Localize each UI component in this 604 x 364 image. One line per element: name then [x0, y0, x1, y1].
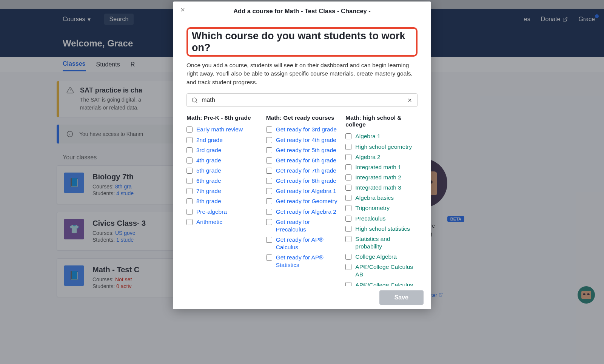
course-option[interactable]: 4th grade	[186, 157, 259, 164]
course-checkbox[interactable]	[266, 157, 272, 163]
course-checkbox[interactable]	[345, 264, 351, 270]
course-search-input[interactable]	[198, 97, 407, 103]
course-checkbox[interactable]	[186, 198, 193, 204]
course-option[interactable]: Get ready for 3rd grade	[266, 126, 338, 133]
course-option[interactable]: Algebra 2	[345, 153, 418, 161]
course-option[interactable]: Get ready for 5th grade	[266, 147, 338, 154]
course-option[interactable]: Get ready for AP® Statistics	[266, 254, 338, 269]
course-checkbox[interactable]	[266, 209, 272, 215]
course-checkbox[interactable]	[345, 236, 351, 242]
col3-title: Math: high school & college	[345, 114, 418, 128]
course-label: 5th grade	[196, 167, 221, 174]
course-option[interactable]: Get ready for 7th grade	[266, 167, 338, 174]
course-checkbox[interactable]	[266, 147, 272, 153]
course-checkbox[interactable]	[186, 126, 193, 133]
course-option[interactable]: 7th grade	[186, 187, 259, 195]
course-checkbox[interactable]	[266, 188, 272, 194]
course-option[interactable]: Algebra basics	[345, 194, 418, 202]
course-option[interactable]: Early math review	[186, 126, 259, 133]
course-checkbox[interactable]	[186, 168, 193, 174]
course-option[interactable]: Get ready for Algebra 2	[266, 208, 338, 216]
course-checkbox[interactable]	[345, 133, 351, 139]
course-checkbox[interactable]	[345, 174, 351, 180]
course-checkbox[interactable]	[266, 178, 272, 184]
course-checkbox[interactable]	[186, 209, 193, 215]
course-checkbox[interactable]	[186, 188, 193, 194]
course-option[interactable]: Arithmetic	[186, 218, 259, 226]
course-checkbox[interactable]	[186, 137, 193, 143]
course-option[interactable]: Pre-algebra	[186, 208, 259, 216]
course-option[interactable]: 6th grade	[186, 177, 259, 185]
course-option[interactable]: Integrated math 2	[345, 174, 418, 181]
course-label: Get ready for AP® Calculus	[276, 236, 338, 251]
course-label: Pre-algebra	[196, 208, 227, 216]
course-option[interactable]: Get ready for Geometry	[266, 197, 338, 205]
modal-description: Once you add a course, students will see…	[186, 61, 418, 86]
course-label: 3rd grade	[196, 147, 221, 154]
course-option[interactable]: Precalculus	[345, 215, 418, 222]
course-checkbox[interactable]	[345, 144, 351, 150]
clear-search-icon[interactable]	[407, 97, 413, 103]
course-option[interactable]: 2nd grade	[186, 136, 259, 144]
course-checkbox[interactable]	[266, 168, 272, 174]
course-label: High school statistics	[355, 225, 410, 233]
course-checkbox[interactable]	[266, 198, 272, 204]
course-label: Get ready for 5th grade	[276, 147, 336, 154]
course-option[interactable]: Get ready for Algebra 1	[266, 187, 338, 195]
course-option[interactable]: AP®/College Calculus AB	[345, 263, 418, 278]
save-button[interactable]: Save	[379, 290, 424, 305]
course-checkbox[interactable]	[266, 254, 272, 261]
course-option[interactable]: Statistics and probability	[345, 235, 418, 250]
course-option[interactable]: College Algebra	[345, 253, 418, 261]
course-option[interactable]: Trigonometry	[345, 204, 418, 212]
course-checkbox[interactable]	[186, 178, 193, 184]
course-checkbox[interactable]	[345, 154, 351, 160]
course-checkbox[interactable]	[345, 254, 351, 260]
course-option[interactable]: Integrated math 1	[345, 163, 418, 171]
course-search[interactable]	[186, 93, 418, 107]
course-option[interactable]: Integrated math 3	[345, 184, 418, 191]
course-label: Trigonometry	[355, 204, 390, 212]
course-label: High school geometry	[355, 143, 412, 151]
course-checkbox[interactable]	[345, 185, 351, 191]
course-option[interactable]: 8th grade	[186, 197, 259, 205]
course-label: Get ready for 4th grade	[276, 136, 336, 144]
close-icon[interactable]	[180, 7, 186, 13]
course-label: Arithmetic	[196, 218, 222, 226]
course-checkbox[interactable]	[266, 237, 272, 243]
course-label: Get ready for 8th grade	[276, 177, 336, 185]
course-option[interactable]: 5th grade	[186, 167, 259, 174]
course-option[interactable]: Get ready for Precalculus	[266, 218, 338, 233]
course-label: College Algebra	[355, 253, 396, 261]
course-checkbox[interactable]	[186, 147, 193, 153]
add-course-modal: Add a course for Math - Test Class - Cha…	[173, 2, 431, 309]
course-column-getready: Math: Get ready courses Get ready for 3r…	[266, 114, 338, 271]
course-option[interactable]: Get ready for 4th grade	[266, 136, 338, 144]
course-option[interactable]: High school geometry	[345, 143, 418, 151]
course-option[interactable]: AP®/College Calculus BC	[345, 281, 418, 286]
course-checkbox[interactable]	[266, 137, 272, 143]
course-option[interactable]: Get ready for 6th grade	[266, 157, 338, 164]
course-label: Integrated math 2	[355, 174, 401, 181]
course-checkbox[interactable]	[345, 195, 351, 201]
course-checkbox[interactable]	[345, 216, 351, 222]
course-checkbox[interactable]	[186, 157, 193, 163]
course-label: Get ready for Algebra 2	[276, 208, 336, 216]
course-option[interactable]: Get ready for AP® Calculus	[266, 236, 338, 251]
course-checkbox[interactable]	[345, 164, 351, 170]
course-checkbox[interactable]	[345, 282, 351, 286]
search-icon	[191, 97, 198, 103]
svg-point-11	[192, 98, 196, 102]
course-checkbox[interactable]	[345, 226, 351, 232]
course-label: Algebra 2	[355, 153, 380, 161]
course-checkbox[interactable]	[186, 219, 193, 225]
course-option[interactable]: Algebra 1	[345, 133, 418, 140]
course-label: 2nd grade	[196, 136, 223, 144]
course-option[interactable]: 3rd grade	[186, 147, 259, 154]
course-checkbox[interactable]	[345, 205, 351, 211]
course-checkbox[interactable]	[266, 126, 272, 133]
course-option[interactable]: Get ready for 8th grade	[266, 177, 338, 185]
course-label: 7th grade	[196, 187, 221, 195]
course-option[interactable]: High school statistics	[345, 225, 418, 233]
course-checkbox[interactable]	[266, 219, 272, 225]
